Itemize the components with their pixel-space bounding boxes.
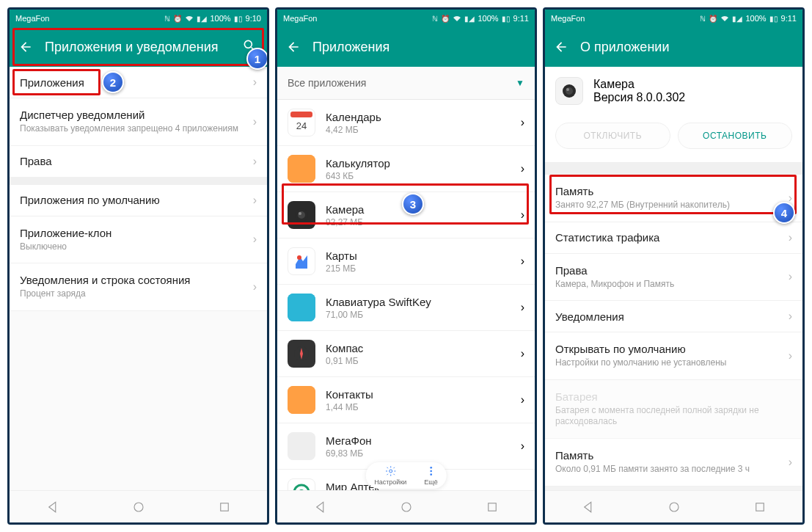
clock: 9:10	[246, 14, 261, 23]
app-row[interactable]: Контакты1,44 МБ›	[277, 377, 535, 423]
battery-pct: 100%	[478, 14, 498, 23]
app-name: Клавиатура SwiftKey	[326, 296, 511, 308]
app-name: Калькулятор	[326, 157, 511, 170]
app-size: 4,42 МБ	[326, 125, 511, 135]
battery-icon: ▮▯	[769, 15, 778, 23]
badge-2: 2	[102, 71, 124, 93]
row-rights[interactable]: Права ›	[10, 146, 267, 178]
tool-label: Ещё	[424, 478, 437, 486]
row-memory[interactable]: Память Около 0,91 МБ памяти занято за по…	[545, 439, 802, 487]
page-title: Приложения и уведомления	[45, 40, 232, 55]
row-notif-bar[interactable]: Уведомления и строка состояния Процент з…	[10, 263, 267, 311]
app-row[interactable]: Карты215 МБ›	[277, 238, 535, 285]
tool-more[interactable]: Ещё	[424, 465, 437, 486]
app-info-header: Камера Версия 8.0.0.302	[545, 67, 802, 115]
app-name: Карты	[326, 249, 511, 262]
carrier-label: MegaFon	[15, 14, 49, 23]
nav-back-icon[interactable]	[582, 500, 595, 514]
app-name: Камера	[593, 78, 685, 91]
battery-pct: 100%	[210, 14, 230, 23]
app-icon	[288, 340, 315, 368]
chevron-right-icon: ›	[521, 347, 524, 360]
row-notifications[interactable]: Уведомления ›	[545, 301, 802, 332]
app-size: 71,00 МБ	[326, 310, 511, 320]
svg-point-0	[244, 40, 252, 48]
row-default-apps[interactable]: Приложения по умолчанию ›	[10, 185, 267, 216]
disable-button[interactable]: ОТКЛЮЧИТЬ	[555, 123, 670, 149]
chevron-right-icon: ›	[249, 76, 257, 89]
row-app-clone[interactable]: Приложение-клон Выключено ›	[10, 216, 267, 264]
app-size: 69,83 МБ	[326, 448, 511, 459]
nav-back-icon[interactable]	[314, 500, 327, 514]
nav-recent-icon[interactable]	[486, 500, 499, 514]
content: Камера Версия 8.0.0.302 ОТКЛЮЧИТЬ ОСТАНО…	[545, 67, 802, 490]
app-size: 0,91 МБ	[326, 356, 511, 366]
app-icon-camera	[555, 77, 583, 105]
svg-point-11	[297, 255, 301, 260]
label: Память	[555, 185, 784, 197]
row-open-default[interactable]: Открывать по умолчанию Настройки по умол…	[545, 332, 802, 380]
svg-point-15	[430, 467, 432, 469]
svg-rect-19	[488, 503, 496, 511]
chevron-right-icon: ›	[249, 194, 257, 207]
filter-label: Все приложения	[288, 77, 516, 89]
svg-point-18	[402, 503, 411, 511]
svg-point-16	[430, 470, 432, 473]
nav-recent-icon[interactable]	[218, 500, 231, 514]
row-apps[interactable]: Приложения ›	[10, 67, 267, 98]
filter-dropdown[interactable]: Все приложения ▼	[277, 67, 535, 100]
divider	[10, 178, 267, 185]
svg-text:24: 24	[296, 120, 307, 131]
nav-home-icon[interactable]	[132, 500, 145, 514]
chevron-right-icon: ›	[521, 440, 524, 453]
status-bar: MegaFon ℕ ⏰ ▮◢ 100% ▮▯ 9:10	[10, 10, 267, 27]
chevron-right-icon: ›	[249, 233, 257, 246]
app-row[interactable]: 24Календарь4,42 МБ›	[277, 100, 535, 146]
back-icon[interactable]	[285, 38, 302, 56]
app-icon: 24	[288, 109, 315, 136]
chevron-right-icon: ›	[784, 456, 792, 469]
label: Диспетчер уведомлений	[20, 109, 249, 121]
row-traffic[interactable]: Статистика трафика ›	[545, 222, 802, 254]
sublabel: Показывать уведомления запрещено 4 прило…	[20, 123, 249, 135]
page-title: О приложении	[580, 40, 795, 55]
app-version: Версия 8.0.0.302	[593, 91, 685, 104]
chevron-right-icon: ›	[784, 231, 792, 244]
app-row[interactable]: Клавиатура SwiftKey71,00 МБ›	[277, 285, 535, 331]
app-row[interactable]: Калькулятор643 КБ›	[277, 146, 535, 192]
tool-label: Настройки	[374, 478, 406, 486]
sublabel: Настройки по умолчанию не установлены	[555, 357, 784, 369]
row-perms[interactable]: Права Камера, Микрофон и Память ›	[545, 254, 802, 302]
chevron-right-icon: ›	[521, 393, 524, 407]
app-size: 92,27 МБ	[326, 217, 511, 227]
back-icon[interactable]	[552, 38, 570, 56]
alarm-icon: ⏰	[441, 15, 450, 23]
row-storage[interactable]: Память Занято 92,27 МБ (Внутренний накоп…	[545, 175, 802, 222]
chevron-right-icon: ›	[521, 208, 524, 222]
row-notif-manager[interactable]: Диспетчер уведомлений Показывать уведомл…	[10, 98, 267, 146]
chevron-right-icon: ›	[784, 310, 792, 323]
svg-point-2	[134, 503, 143, 511]
app-name: МегаФон	[326, 434, 511, 447]
app-row[interactable]: Компас0,91 МБ›	[277, 331, 535, 377]
battery-icon: ▮▯	[234, 15, 243, 23]
nav-back-icon[interactable]	[46, 500, 59, 514]
sublabel: Батарея с момента последней полной заряд…	[555, 405, 792, 428]
nav-home-icon[interactable]	[667, 500, 681, 514]
back-icon[interactable]	[17, 38, 34, 56]
alarm-icon: ⏰	[709, 15, 717, 23]
battery-pct: 100%	[745, 14, 766, 23]
nav-home-icon[interactable]	[400, 500, 413, 514]
svg-point-14	[389, 470, 392, 473]
wifi-icon	[720, 15, 729, 22]
label: Уведомления	[555, 310, 784, 323]
svg-point-13	[294, 485, 309, 490]
tool-settings[interactable]: Настройки	[374, 465, 406, 486]
nav-recent-icon[interactable]	[753, 500, 767, 514]
signal-icon: ▮◢	[464, 15, 475, 23]
label: Права	[555, 264, 784, 277]
stop-button[interactable]: ОСТАНОВИТЬ	[678, 123, 793, 149]
svg-point-23	[670, 503, 679, 511]
alarm-icon: ⏰	[173, 15, 182, 23]
content: Приложения › Диспетчер уведомлений Показ…	[10, 67, 267, 490]
